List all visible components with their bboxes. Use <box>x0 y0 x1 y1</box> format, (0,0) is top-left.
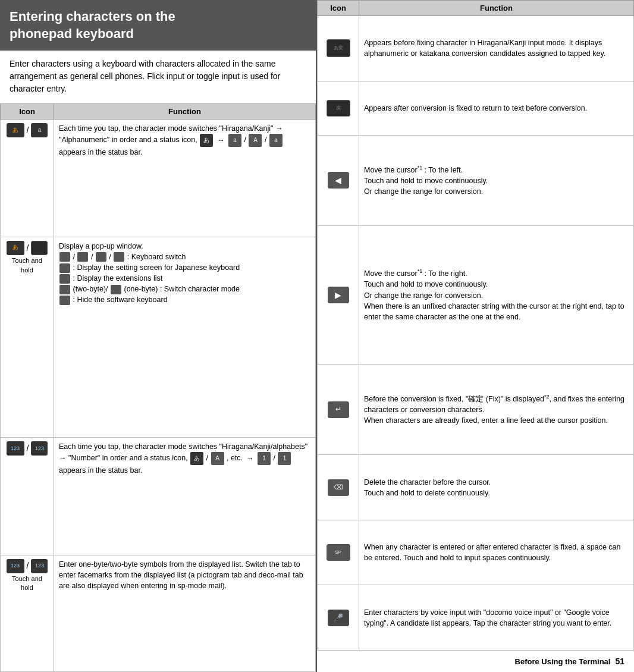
title-line2: phonepad keyboard <box>10 26 134 41</box>
right-func-4: Move the cursor*1 : To the right. Touch … <box>359 226 634 365</box>
voice-input-icon: 🎤 <box>328 610 349 626</box>
table-row: ◀ Move the cursor*1 : To the left. Touch… <box>318 135 634 225</box>
left-table: Icon Function あ / a Each time you ta <box>0 103 316 672</box>
char-icon-b: a <box>228 134 241 147</box>
table-row: あ / a Each time you tap, the character m… <box>1 120 316 237</box>
kb-icon6 <box>59 274 70 284</box>
page-footer: Before Using the Terminal 51 <box>317 651 634 672</box>
touch-hold-label-1: Touch andhold <box>5 256 49 275</box>
table-row: SP When any character is entered or afte… <box>318 520 634 585</box>
num-icon2: 123 <box>31 441 48 456</box>
page-number: 51 <box>615 657 624 666</box>
kb-icon5 <box>59 263 70 273</box>
char-icon-c: A <box>249 134 262 147</box>
enter-icon: ↵ <box>328 401 349 418</box>
char-icon-a: あ <box>200 134 213 147</box>
kb-icon9 <box>59 296 70 305</box>
char-icon-e: あ <box>190 452 203 465</box>
right-col-header-icon: Icon <box>318 1 359 16</box>
icon-cell-4: 123 / 123 Touch andhold <box>1 555 54 671</box>
right-icon-1: あ変 <box>318 16 359 81</box>
hiragana-icon: あ <box>7 123 24 137</box>
intro-paragraph: Enter characters using a keyboard with c… <box>0 58 316 103</box>
left-col-header-icon: Icon <box>1 104 54 120</box>
right-icon-4: ▶ <box>318 226 359 365</box>
right-table: Icon Function あ変 Appears before fixing c… <box>317 0 634 651</box>
right-column: Icon Function あ変 Appears before fixing c… <box>317 0 634 672</box>
right-func-3: Move the cursor*1 : To the left. Touch a… <box>359 135 634 225</box>
kb-icon8 <box>111 285 121 294</box>
function-cell-3: Each time you tap, the character mode sw… <box>54 438 316 555</box>
kb-icon7 <box>59 285 70 294</box>
icon-cell-3: 123 / 123 <box>1 438 54 555</box>
right-func-1: Appears before fixing character in Hirag… <box>359 16 634 81</box>
left-col-header-function: Function <box>54 104 316 120</box>
right-func-8: Enter characters by voice input with "do… <box>359 585 634 651</box>
table-row: あ / Touch andhold Display a pop-up windo… <box>1 237 316 437</box>
kb-icon1 <box>59 252 70 262</box>
footer-label: Before Using the Terminal <box>515 657 611 666</box>
right-func-5: Before the conversion is fixed, "確定 (Fix… <box>359 365 634 455</box>
table-row: ↵ Before the conversion is fixed, "確定 (F… <box>318 365 634 455</box>
kb-icon3 <box>96 252 106 262</box>
icon-cell-2: あ / Touch andhold <box>1 237 54 437</box>
function-cell-4: Enter one-byte/two-byte symbols from the… <box>54 555 316 671</box>
table-row: 123 / 123 Touch andhold Enter one-byte/t… <box>1 555 316 671</box>
right-icon-6: ⌫ <box>318 455 359 520</box>
kb-icon4 <box>114 252 124 262</box>
table-row: 123 / 123 Each time you tap, the charact… <box>1 438 316 555</box>
char-icon-h: 1 <box>278 452 291 465</box>
table-row: 🎤 Enter characters by voice input with "… <box>318 585 634 651</box>
space-icon: SP <box>327 544 350 561</box>
num-icon1: 123 <box>7 441 24 456</box>
right-icon-8: 🎤 <box>318 585 359 651</box>
right-icon-2: 戻 <box>318 81 359 135</box>
table-row: ▶ Move the cursor*1 : To the right. Touc… <box>318 226 634 365</box>
left-column: Entering characters on the phonepad keyb… <box>0 0 317 672</box>
table-row: ⌫ Delete the character before the cursor… <box>318 455 634 520</box>
header-box: Entering characters on the phonepad keyb… <box>0 0 316 51</box>
hiragana-icon2: あ <box>7 241 24 255</box>
function-cell-2: Display a pop-up window. / / / : Keyboar… <box>54 237 316 437</box>
right-func-2: Appears after conversion is fixed to ret… <box>359 81 634 135</box>
right-icon-3: ◀ <box>318 135 359 225</box>
kb-icon2 <box>77 252 88 262</box>
conversion-icon: あ変 <box>327 39 350 57</box>
function-cell-1: Each time you tap, the character mode sw… <box>54 120 316 237</box>
right-icon-7: SP <box>318 520 359 585</box>
sym-icon1: 123 <box>7 559 24 573</box>
right-func-6: Delete the character before the cursor. … <box>359 455 634 520</box>
right-icon-5: ↵ <box>318 365 359 455</box>
delete-icon: ⌫ <box>328 479 349 496</box>
cursor-left-icon: ◀ <box>328 172 349 189</box>
cursor-right-icon: ▶ <box>328 287 349 303</box>
title-line1: Entering characters on the <box>10 9 175 24</box>
page-title: Entering characters on the phonepad keyb… <box>10 8 306 42</box>
table-row: 戻 Appears after conversion is fixed to r… <box>318 81 634 135</box>
char-icon-d: a <box>269 134 283 147</box>
alpha-icon: a <box>31 123 48 137</box>
sym-icon2: 123 <box>31 559 48 573</box>
return-conversion-icon: 戻 <box>327 100 350 117</box>
table-row: あ変 Appears before fixing character in Hi… <box>318 16 634 81</box>
right-col-header-function: Function <box>359 1 634 16</box>
icon-cell-1: あ / a <box>1 120 54 237</box>
char-icon-g: 1 <box>258 452 271 465</box>
alpha-icon2 <box>31 241 48 255</box>
right-func-7: When any character is entered or after e… <box>359 520 634 585</box>
char-icon-f: A <box>211 452 224 465</box>
touch-hold-label-2: Touch andhold <box>5 574 49 594</box>
